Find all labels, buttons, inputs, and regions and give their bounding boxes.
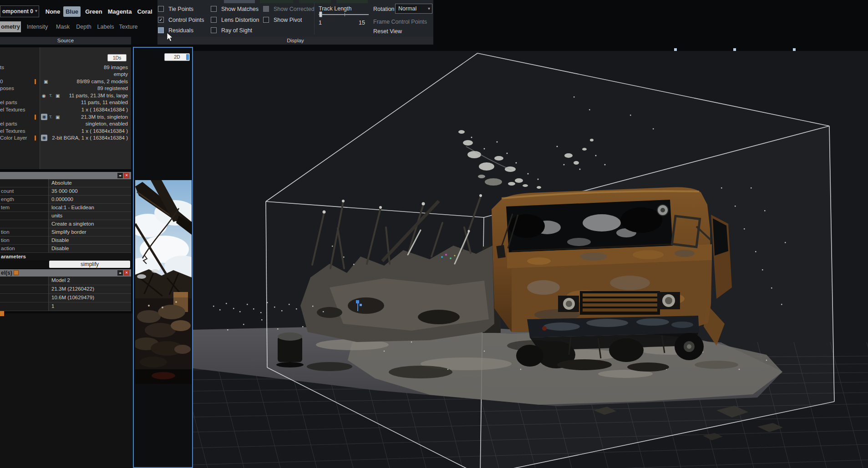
mini-tab-4[interactable] bbox=[336, 0, 368, 3]
layer-tab-geometry[interactable]: ometry bbox=[0, 21, 21, 32]
tree-row-component0[interactable]: ▣ 0 89/89 cams, 2 models bbox=[0, 78, 131, 85]
property-row[interactable]: count35 000 000 bbox=[0, 187, 131, 196]
viewport-top-marker bbox=[793, 48, 796, 51]
models-header-title: el(s) bbox=[1, 270, 12, 276]
tree-row-label: el parts bbox=[0, 100, 17, 105]
track-length-slider[interactable] bbox=[319, 11, 370, 18]
color-filter-magenta[interactable]: Magenta bbox=[106, 6, 133, 17]
simplify-button[interactable]: simplify bbox=[49, 261, 130, 268]
tree-row-value: 1 x ( 16384x16384 ) bbox=[81, 107, 128, 112]
layer-tab-texture[interactable]: Texture bbox=[117, 21, 139, 32]
model-icon: ▣ bbox=[44, 79, 48, 84]
tree-row-model2[interactable]: ◉ T. ▣ 21.3M tris, singleton bbox=[0, 114, 131, 121]
color-filter-blue[interactable]: Blue bbox=[63, 6, 81, 17]
scene-1ds-badge[interactable]: 1Ds bbox=[107, 54, 127, 61]
show-pivot-label: Show Pivot bbox=[274, 16, 302, 24]
property-label: tion bbox=[1, 237, 10, 243]
rotation-value: Normal bbox=[398, 5, 416, 12]
mouse-cursor bbox=[167, 33, 174, 43]
tree-row-images[interactable]: ts 89 images bbox=[0, 64, 131, 71]
tie-points-checkbox[interactable] bbox=[158, 6, 164, 12]
frame-control-points-button[interactable]: Frame Control Points bbox=[373, 18, 427, 25]
layer-tab-depth[interactable]: Depth bbox=[74, 21, 94, 32]
viewport-3d[interactable] bbox=[193, 51, 868, 468]
show-matches-checkbox[interactable] bbox=[211, 6, 217, 12]
panel-toggle-icon[interactable]: ◂▸ bbox=[117, 270, 123, 276]
tree-row-label: 0 bbox=[0, 79, 3, 84]
tree-row-color-layer[interactable]: ◉ Color Layer 2-bit BGRA, 1 x ( 16384x16… bbox=[0, 135, 131, 141]
slider-track[interactable] bbox=[319, 14, 369, 15]
models-panel-header[interactable]: el(s) ◂▸ ✕ bbox=[0, 269, 131, 277]
property-label: tem bbox=[1, 205, 10, 210]
track-length-min: 1 bbox=[319, 19, 322, 26]
layer-tab-mask[interactable]: Mask bbox=[54, 21, 72, 32]
viewport-scene bbox=[193, 51, 868, 468]
tree-row-value: 11 parts, 21.3M tris, large bbox=[69, 93, 128, 98]
mini-tab-3[interactable] bbox=[299, 0, 331, 3]
control-points-checkbox[interactable]: ✓ bbox=[158, 17, 164, 23]
property-row[interactable]: temlocal:1 - Euclidean bbox=[0, 204, 131, 212]
tree-row-label: el Textures bbox=[0, 128, 25, 134]
property-value: units bbox=[51, 213, 62, 218]
application-window: omponent 0 ▾ None Blue Green Magenta Cor… bbox=[0, 0, 868, 468]
reset-view-button[interactable]: Reset View bbox=[373, 28, 402, 35]
panel-toggle-icon[interactable]: ◂▸ bbox=[117, 173, 123, 178]
tree-row-camera-poses[interactable]: poses 89 registered bbox=[0, 85, 131, 92]
control-points-label: Control Points bbox=[168, 16, 204, 24]
property-row[interactable]: tionSimplify border bbox=[0, 228, 131, 237]
property-value: Disable bbox=[51, 237, 69, 243]
model-row[interactable]: 1 bbox=[0, 302, 131, 311]
tree-row-model2-textures[interactable]: el Textures 1 x ( 16384x16384 ) bbox=[0, 128, 131, 135]
tree-row-model1[interactable]: ◉ T. ▣ 11 parts, 21.3M tris, large bbox=[0, 92, 131, 99]
slider-handle[interactable] bbox=[319, 11, 322, 17]
component-dropdown[interactable]: omponent 0 ▾ bbox=[0, 5, 39, 17]
left-panel-lower-area bbox=[0, 313, 133, 468]
badge-blue-tab bbox=[186, 54, 189, 60]
model-row[interactable]: 21.3M (21260422) bbox=[0, 285, 131, 294]
layer-tab-intensity[interactable]: Intensity bbox=[24, 21, 51, 32]
model-row[interactable]: 10.6M (10629479) bbox=[0, 294, 131, 302]
property-row[interactable]: actionDisable bbox=[0, 245, 131, 253]
tree-row-components[interactable]: empty bbox=[0, 71, 131, 78]
warning-badge-icon bbox=[14, 270, 19, 275]
eye-icon-highlighted[interactable]: ◉ bbox=[41, 114, 47, 120]
lens-distortion-checkbox[interactable] bbox=[211, 17, 217, 23]
color-filter-green[interactable]: Green bbox=[83, 6, 104, 17]
thumbnail-2d-badge[interactable]: 2D bbox=[164, 53, 190, 61]
show-pivot-checkbox[interactable] bbox=[263, 17, 269, 23]
color-filter-none[interactable]: None bbox=[44, 6, 61, 17]
close-icon[interactable]: ✕ bbox=[124, 270, 129, 276]
property-value: local:1 - Euclidean bbox=[51, 205, 94, 210]
tree-row-value: 89 images bbox=[104, 65, 128, 70]
model-row[interactable]: Model 2 bbox=[0, 277, 131, 285]
residuals-checkbox[interactable] bbox=[158, 27, 164, 33]
tree-row-label: Color Layer bbox=[0, 135, 27, 141]
viewport-top-marker bbox=[674, 48, 677, 51]
property-label: count bbox=[1, 188, 14, 194]
tree-row-value: 21.3M tris, singleton bbox=[81, 114, 128, 120]
tree-row-label: el Textures bbox=[0, 107, 25, 112]
property-row[interactable]: Absolute bbox=[0, 179, 131, 187]
tree-row-model2-parts[interactable]: el parts singleton, enabled bbox=[0, 121, 131, 127]
properties-panel-header[interactable]: ◂▸ ✕ bbox=[0, 172, 131, 179]
image-thumbnail[interactable] bbox=[135, 180, 192, 384]
mini-tab-1[interactable] bbox=[224, 0, 255, 3]
mini-tab-2[interactable] bbox=[260, 0, 293, 3]
property-row[interactable]: ength0.000000 bbox=[0, 196, 131, 204]
eye-icon-highlighted[interactable]: ◉ bbox=[41, 135, 47, 141]
rotation-dropdown[interactable]: Normal ▾ bbox=[395, 4, 432, 14]
eye-icon[interactable]: ◉ bbox=[42, 93, 46, 98]
close-icon[interactable]: ✕ bbox=[124, 173, 129, 178]
color-filter-coral[interactable]: Coral bbox=[135, 6, 154, 17]
layer-tab-labels[interactable]: Labels bbox=[96, 21, 116, 32]
model-value: Model 2 bbox=[51, 277, 70, 283]
tree-row-model1-parts[interactable]: el parts 11 parts, 11 enabled bbox=[0, 99, 131, 106]
property-row[interactable]: tionDisable bbox=[0, 237, 131, 245]
show-corrected-checkbox[interactable] bbox=[263, 6, 269, 12]
simplify-button-row: simplify bbox=[0, 260, 131, 268]
ray-of-sight-checkbox[interactable] bbox=[211, 27, 217, 33]
tree-row-model1-textures[interactable]: el Textures 1 x ( 16384x16384 ) bbox=[0, 106, 131, 113]
property-row[interactable]: units bbox=[0, 212, 131, 220]
property-row[interactable]: Create a singleton bbox=[0, 220, 131, 228]
track-length-max: 15 bbox=[359, 19, 365, 26]
